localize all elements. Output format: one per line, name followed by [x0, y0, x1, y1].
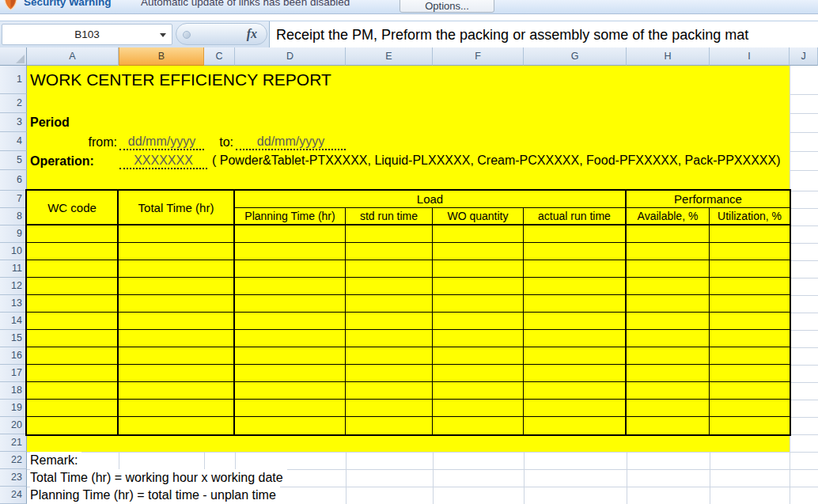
- table-cell[interactable]: [235, 313, 346, 330]
- table-cell[interactable]: [524, 417, 627, 434]
- table-cell[interactable]: [119, 347, 235, 365]
- table-cell[interactable]: [27, 243, 119, 260]
- table-cell[interactable]: [235, 278, 346, 295]
- row-header-23[interactable]: 23: [0, 469, 27, 487]
- name-box-dropdown-icon[interactable]: [160, 33, 166, 37]
- header-total-time[interactable]: Total Time (hr): [119, 191, 235, 225]
- cell-period-label[interactable]: Period: [30, 112, 70, 131]
- table-cell[interactable]: [710, 417, 790, 434]
- insert-function-capsule[interactable]: fx: [176, 23, 267, 45]
- table-cell[interactable]: [433, 225, 524, 243]
- row-header-7[interactable]: 7: [0, 191, 27, 208]
- row-header-24[interactable]: 24: [0, 487, 27, 504]
- row-header-6[interactable]: 6: [0, 170, 27, 191]
- table-cell[interactable]: [27, 225, 119, 243]
- subheader-std-run-time[interactable]: std run time: [346, 208, 433, 225]
- column-header-J[interactable]: J: [790, 47, 818, 66]
- row-header-8[interactable]: 8: [0, 208, 27, 225]
- table-cell[interactable]: [627, 330, 710, 347]
- table-cell[interactable]: [346, 225, 433, 243]
- table-cell[interactable]: [346, 243, 433, 260]
- options-button[interactable]: Options...: [400, 0, 494, 13]
- table-cell[interactable]: [346, 295, 433, 313]
- column-header-G[interactable]: G: [524, 47, 627, 66]
- subheader-utilization-pct[interactable]: Utilization, %: [710, 208, 790, 225]
- table-cell[interactable]: [627, 313, 710, 330]
- table-cell[interactable]: [710, 347, 790, 365]
- table-cell[interactable]: [235, 365, 346, 382]
- subheader-planning-time[interactable]: Planning Time (hr): [235, 208, 346, 225]
- cell-remark-label[interactable]: Remark:: [30, 452, 81, 469]
- fx-icon[interactable]: fx: [247, 27, 257, 41]
- table-cell[interactable]: [433, 400, 524, 417]
- column-header-A[interactable]: A: [27, 47, 119, 66]
- table-cell[interactable]: [119, 313, 235, 330]
- header-wc-code[interactable]: WC code: [27, 191, 119, 225]
- table-cell[interactable]: [627, 260, 710, 278]
- table-cell[interactable]: [119, 382, 235, 400]
- table-cell[interactable]: [235, 243, 346, 260]
- table-cell[interactable]: [235, 225, 346, 243]
- row-header-10[interactable]: 10: [0, 243, 27, 260]
- table-cell[interactable]: [627, 243, 710, 260]
- table-cell[interactable]: [627, 417, 710, 434]
- select-all-corner[interactable]: [0, 47, 27, 66]
- table-cell[interactable]: [346, 382, 433, 400]
- table-cell[interactable]: [433, 417, 524, 434]
- table-cell[interactable]: [627, 225, 710, 243]
- table-cell[interactable]: [27, 313, 119, 330]
- table-cell[interactable]: [346, 347, 433, 365]
- table-cell[interactable]: [524, 330, 627, 347]
- subheader-available-pct[interactable]: Available, %: [627, 208, 710, 225]
- table-cell[interactable]: [27, 260, 119, 278]
- table-cell[interactable]: [627, 400, 710, 417]
- table-cell[interactable]: [346, 330, 433, 347]
- cell-to-label[interactable]: to:: [204, 133, 233, 151]
- table-cell[interactable]: [119, 243, 235, 260]
- table-cell[interactable]: [524, 382, 627, 400]
- table-cell[interactable]: [710, 260, 790, 278]
- table-cell[interactable]: [710, 382, 790, 400]
- table-cell[interactable]: [710, 243, 790, 260]
- table-cell[interactable]: [433, 260, 524, 278]
- cell-operation-field[interactable]: XXXXXXX: [119, 152, 207, 169]
- table-cell[interactable]: [524, 400, 627, 417]
- table-cell[interactable]: [627, 278, 710, 295]
- row-header-12[interactable]: 12: [0, 278, 27, 295]
- table-cell[interactable]: [346, 313, 433, 330]
- cell-operation-note[interactable]: ( Powder&Tablet-PTXXXXX, Liquid-PLXXXXX,…: [212, 151, 781, 170]
- column-header-H[interactable]: H: [627, 47, 710, 66]
- table-cell[interactable]: [710, 365, 790, 382]
- table-cell[interactable]: [627, 347, 710, 365]
- table-cell[interactable]: [433, 278, 524, 295]
- table-cell[interactable]: [524, 313, 627, 330]
- row-header-1[interactable]: 1: [0, 66, 27, 94]
- cell-note-planning-time[interactable]: Planning Time (hr) = total time - unplan…: [30, 487, 280, 504]
- table-cell[interactable]: [710, 278, 790, 295]
- column-header-C[interactable]: C: [204, 47, 235, 66]
- row-header-15[interactable]: 15: [0, 330, 27, 347]
- table-cell[interactable]: [710, 313, 790, 330]
- cell-note-total-time[interactable]: Total Time (hr) = working hour x working…: [30, 469, 287, 487]
- cell-title-a1[interactable]: WORK CENTER EFFICIENCY REPORT: [30, 66, 331, 94]
- table-cell[interactable]: [119, 365, 235, 382]
- table-cell[interactable]: [27, 347, 119, 365]
- column-header-F[interactable]: F: [433, 47, 524, 66]
- table-cell[interactable]: [27, 295, 119, 313]
- table-cell[interactable]: [433, 295, 524, 313]
- column-header-B[interactable]: B: [119, 47, 204, 66]
- table-cell[interactable]: [346, 260, 433, 278]
- table-cell[interactable]: [119, 260, 235, 278]
- table-cell[interactable]: [346, 417, 433, 434]
- table-cell[interactable]: [235, 330, 346, 347]
- formula-input[interactable]: Receipt the PM, Preform the packing or a…: [269, 21, 818, 48]
- column-header-E[interactable]: E: [346, 47, 433, 66]
- cell-from-label[interactable]: from:: [27, 133, 117, 151]
- table-cell[interactable]: [235, 295, 346, 313]
- table-cell[interactable]: [235, 400, 346, 417]
- row-header-19[interactable]: 19: [0, 400, 27, 417]
- table-cell[interactable]: [346, 400, 433, 417]
- cell-operation-label[interactable]: Operation:: [30, 151, 94, 170]
- row-header-5[interactable]: 5: [0, 151, 27, 170]
- column-header-I[interactable]: I: [710, 47, 790, 66]
